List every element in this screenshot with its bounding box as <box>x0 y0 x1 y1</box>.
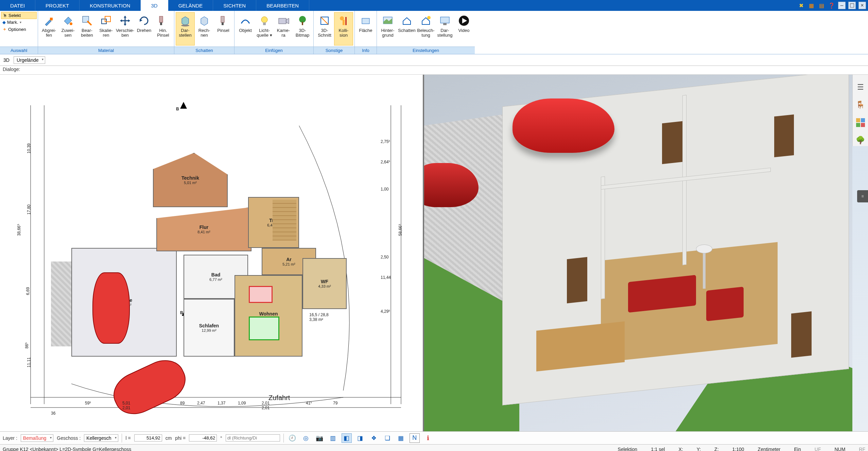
maximize-button[interactable]: ☐ <box>848 2 856 9</box>
sp-tree-icon[interactable]: 🌳 <box>855 134 866 146</box>
play-icon <box>457 14 471 28</box>
wrench-icon[interactable]: ✖ <box>797 2 805 9</box>
geschoss-label: Geschoss : <box>57 435 81 441</box>
dl-input[interactable] <box>226 434 280 441</box>
svg-rect-8 <box>221 16 224 22</box>
btn-drehen[interactable]: Drehen <box>135 12 154 46</box>
btn-hintergrund[interactable]: Hinter- grund <box>378 12 397 46</box>
ribbon-group-auswahl: 🖱Selekt ◆Mark.▾ ＋Optionen Auswahl <box>0 11 38 54</box>
tb-clock-icon[interactable]: 🕘 <box>287 433 297 443</box>
phi-input[interactable] <box>189 434 217 441</box>
dim-r0: 2,75⁵ <box>381 139 390 144</box>
btn-abgreifen[interactable]: Abgrei- fen <box>39 12 58 46</box>
dim-sidepair: 16,5 / 28,8 3,38 m² <box>309 312 329 322</box>
menu-tab-bearbeiten[interactable]: BEARBEITEN <box>256 0 309 11</box>
dim-r6: 4,29⁵ <box>381 309 390 314</box>
collision-icon <box>337 14 350 28</box>
btn-zuweisen[interactable]: Zuwei- sen <box>58 12 77 46</box>
ribbon-caption-info: Info <box>355 47 377 54</box>
title-bar-icons: ✖ ▦ ▤ ❓ – ☐ × <box>797 0 868 11</box>
room-trh[interactable]: Trh. 6,42 m² <box>248 197 299 248</box>
plus-icon: ＋ <box>2 26 7 32</box>
tb-cubea-icon[interactable]: ◧ <box>342 433 352 443</box>
sp-layers-icon[interactable]: ☰ <box>855 82 866 93</box>
ribbon-caption-auswahl: Auswahl <box>0 47 38 54</box>
tb-north-icon[interactable]: N <box>410 433 420 443</box>
btn-verschieben[interactable]: Verschie- ben <box>116 12 135 46</box>
btn-skalieren[interactable]: Skalie- ren <box>97 12 116 46</box>
car-garage <box>92 272 130 344</box>
btn-lichtquelle[interactable]: Licht- quelle ▾ <box>255 12 274 46</box>
geschoss-select[interactable]: Kellergesch <box>84 434 118 442</box>
floor-plan[interactable]: Garage 30,48 m² Technik 5,01 m² Flur 8,4… <box>10 85 411 425</box>
dim-l4: 11,11 <box>27 357 31 367</box>
scene-3d[interactable] <box>424 75 868 431</box>
btn-hinpinsel[interactable]: Hin. Pinsel <box>154 12 173 46</box>
btn-bearbeiten[interactable]: Bear- beiten <box>77 12 97 46</box>
btn-flaeche[interactable]: Fläche <box>356 12 375 46</box>
menu-tab-sichten[interactable]: SICHTEN <box>213 0 256 11</box>
tb-info-icon[interactable]: ℹ <box>423 433 433 443</box>
menu-tab-projekt[interactable]: PROJEKT <box>35 0 80 11</box>
pane-3d[interactable]: ☰ 🪑 🌳 ≡ <box>424 75 868 431</box>
status-uf: UF <box>815 447 821 451</box>
diamond-icon: ◆ <box>2 20 6 25</box>
room-wohnen[interactable]: Wohnen 25,00 m² <box>235 275 302 357</box>
options-tool[interactable]: ＋Optionen <box>1 25 37 33</box>
minimize-button[interactable]: – <box>838 2 846 9</box>
tb-brick-icon[interactable]: ▦ <box>396 433 406 443</box>
length-input[interactable] <box>134 434 162 441</box>
tb-camera-icon[interactable]: 📷 <box>314 433 325 443</box>
svg-rect-23 <box>440 17 449 23</box>
help-icon[interactable]: ❓ <box>828 2 835 9</box>
menu-tab-3d[interactable]: 3D <box>141 0 168 11</box>
sp-colorgrid-icon[interactable] <box>855 117 866 128</box>
btn-kamera[interactable]: Kame- ra <box>274 12 293 46</box>
select-tool[interactable]: 🖱Selekt <box>1 12 37 19</box>
btn-objekt[interactable]: Objekt <box>236 12 255 46</box>
room-wf[interactable]: WF 4,33 m² <box>302 258 347 309</box>
status-y: Y: <box>697 447 701 451</box>
dim-r4: 2,50 <box>381 255 388 259</box>
menu-tab-datei[interactable]: DATEI <box>0 0 35 11</box>
pane-2d[interactable]: Garage 30,48 m² Technik 5,01 m² Flur 8,4… <box>0 75 424 431</box>
btn-schatten-e[interactable]: Schatten <box>397 12 416 46</box>
room-garage[interactable]: Garage 30,48 m² <box>71 248 177 357</box>
btn-kollision[interactable]: Kolli- sion <box>334 12 353 46</box>
status-num: NUM <box>834 447 845 451</box>
btn-pinsel[interactable]: Pinsel <box>214 12 233 46</box>
svg-point-7 <box>181 24 189 26</box>
svg-rect-12 <box>279 18 286 24</box>
btn-video[interactable]: Video <box>454 12 473 46</box>
bulb-icon <box>258 14 271 28</box>
btn-3dschnitt[interactable]: 3D- Schnitt <box>315 12 334 46</box>
menu-tab-konstruktion[interactable]: KONSTRUKTION <box>80 0 141 11</box>
btn-rechnen[interactable]: Rech- nen <box>195 12 214 46</box>
close-button[interactable]: × <box>858 2 866 9</box>
dim-b3: 89 <box>180 401 185 405</box>
tb-layers2-icon[interactable]: ❖ <box>369 433 379 443</box>
layer-select[interactable]: Bemaßung <box>21 434 53 442</box>
tb-stack-icon[interactable]: ▥ <box>328 433 338 443</box>
tb-layers3-icon[interactable]: ❏ <box>382 433 393 443</box>
menu-tab-gelaende[interactable]: GELÄNDE <box>168 0 213 11</box>
dim-b4: 2,47 <box>197 401 205 405</box>
tb-cubeb-icon[interactable]: ◨ <box>355 433 365 443</box>
status-scale: 1:100 <box>732 447 744 451</box>
mark-tool[interactable]: ◆Mark.▾ <box>1 19 37 25</box>
btn-3dbitmap[interactable]: 3D- Bitmap <box>293 12 312 46</box>
btn-darstellung[interactable]: Dar- stellung <box>435 12 454 46</box>
phi-unit: ° <box>220 435 222 441</box>
stack-icon[interactable]: ▤ <box>818 2 825 9</box>
sp-chair-icon[interactable]: 🪑 <box>855 99 866 111</box>
room-schlafen[interactable]: Schlafen 12,99 m² <box>184 299 235 357</box>
cursor-icon: 🖱 <box>3 13 7 18</box>
btn-darstellen[interactable]: Dar- stellen <box>176 12 195 46</box>
tb-target-icon[interactable]: ◎ <box>301 433 311 443</box>
panel-toggle[interactable]: ≡ <box>857 190 868 202</box>
btn-beleuchtung[interactable]: Beleuch- tung <box>416 12 435 46</box>
dim-l2: 6,69 <box>25 287 30 295</box>
box-icon[interactable]: ▦ <box>808 2 815 9</box>
dim-b0: 36 <box>51 411 55 416</box>
layer-combo[interactable]: Urgelände <box>14 56 45 64</box>
